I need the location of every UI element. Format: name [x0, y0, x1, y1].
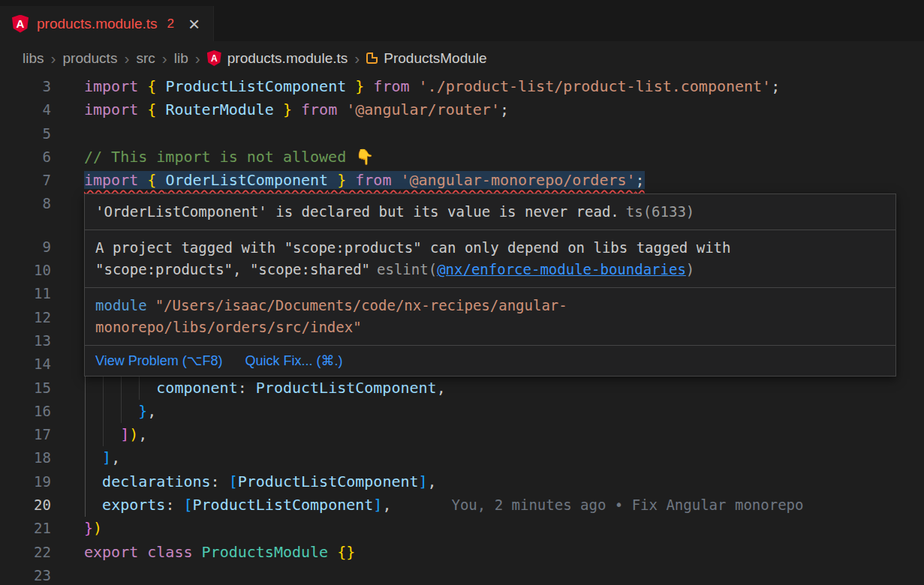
editor-line-22: 22export class ProductsModule {}	[0, 541, 924, 564]
editor-line-20: 20 exports: [ProductListComponent],You, …	[0, 494, 924, 517]
tab-products-module[interactable]: products.module.ts 2 ×	[0, 6, 214, 41]
line-number: 18	[0, 446, 84, 470]
hover-status-bar: View Problem (⌥F8) Quick Fix... (⌘.)	[85, 345, 895, 376]
breadcrumb-item-products[interactable]: products	[63, 50, 118, 67]
line-number: 11	[0, 282, 84, 305]
close-icon[interactable]: ×	[188, 16, 200, 32]
line-number: 6	[0, 146, 84, 169]
angular-icon	[207, 50, 221, 66]
tab-error-count-badge: 2	[167, 16, 174, 32]
editor-line-23: 23	[0, 564, 924, 585]
eslint-source-close: )	[686, 261, 694, 278]
ts-diagnostic-message: 'OrderListComponent' is declared but its…	[95, 203, 619, 220]
code-line[interactable]: declarations: [ProductListComponent],	[84, 470, 924, 494]
code-line[interactable]: import { ProductListComponent } from './…	[84, 75, 924, 98]
code-line[interactable]: component: ProductListComponent,	[84, 376, 924, 400]
breadcrumb-separator-icon: ›	[123, 50, 130, 66]
editor-line-6: 6// This import is not allowed 👇	[0, 146, 924, 169]
editor-line-19: 19 declarations: [ProductListComponent],	[0, 470, 924, 494]
code-line[interactable]	[84, 122, 924, 146]
indent-guide	[85, 446, 86, 470]
tab-bar: products.module.ts 2 ×	[0, 0, 924, 41]
line-number: 9	[0, 236, 84, 259]
symbol-class-icon	[366, 52, 378, 64]
breadcrumb-separator-icon: ›	[161, 50, 168, 66]
ts-diagnostic-source: ts(6133)	[626, 203, 695, 220]
line-number: 13	[0, 329, 84, 352]
indent-guide	[85, 376, 86, 400]
line-number: 15	[0, 376, 84, 400]
indent-guide	[103, 423, 104, 446]
eslint-source-open: eslint(	[377, 261, 437, 278]
indent-guide	[139, 376, 140, 400]
tab-label: products.module.ts	[37, 16, 158, 32]
indent-guide	[121, 376, 122, 400]
code-editor[interactable]: 3import { ProductListComponent } from '.…	[0, 75, 924, 585]
code-line[interactable]: })	[84, 517, 924, 540]
indent-guide	[85, 494, 86, 517]
indent-guide	[85, 423, 86, 446]
breadcrumb-item-file[interactable]: products.module.ts	[227, 50, 348, 67]
line-number: 7	[0, 169, 84, 192]
code-line[interactable]: import { OrderListComponent } from '@ang…	[84, 169, 924, 192]
breadcrumb-item-src[interactable]: src	[136, 50, 155, 67]
code-line[interactable]: // This import is not allowed 👇	[84, 146, 924, 169]
line-number: 14	[0, 352, 84, 376]
line-number: 10	[0, 259, 84, 282]
breadcrumb: libs›products›src›lib›products.module.ts…	[0, 41, 924, 75]
line-number: 5	[0, 122, 84, 146]
indent-guide	[121, 400, 122, 423]
code-line[interactable]: exports: [ProductListComponent],You, 2 m…	[84, 494, 924, 517]
indent-guide	[103, 376, 104, 400]
editor-line-3: 3import { ProductListComponent } from '.…	[0, 75, 924, 98]
code-line[interactable]: },	[84, 400, 924, 423]
editor-line-16: 16 },	[0, 400, 924, 423]
indent-guide	[85, 470, 86, 494]
hover-module-info: module"/Users/isaac/Documents/code/nx-re…	[85, 287, 895, 345]
indent-guide	[85, 400, 86, 423]
view-problem-action[interactable]: View Problem (⌥F8)	[95, 352, 222, 370]
eslint-message-line1: A project tagged with "scope:products" c…	[95, 239, 730, 256]
line-number: 21	[0, 517, 84, 540]
line-number: 16	[0, 400, 84, 423]
module-keyword: module	[95, 297, 147, 314]
error-squiggle-text: import { OrderListComponent } from '@ang…	[84, 171, 645, 189]
line-number: 12	[0, 306, 84, 329]
code-line[interactable]: ]),	[84, 423, 924, 446]
line-number: 17	[0, 423, 84, 446]
line-number: 23	[0, 564, 84, 585]
quick-fix-action[interactable]: Quick Fix... (⌘.)	[245, 352, 342, 370]
editor-line-17: 17 ]),	[0, 423, 924, 446]
module-path-line1: "/Users/isaac/Documents/code/nx-recipes/…	[155, 297, 567, 314]
eslint-rule-link[interactable]: @nx/enforce-module-boundaries	[437, 261, 686, 278]
line-number: 3	[0, 75, 84, 98]
code-line[interactable]: import { RouterModule } from '@angular/r…	[84, 98, 924, 122]
hover-popup: 'OrderListComponent' is declared but its…	[84, 194, 896, 376]
line-number: 19	[0, 470, 84, 494]
editor-line-5: 5	[0, 122, 924, 146]
editor-line-4: 4import { RouterModule } from '@angular/…	[0, 98, 924, 122]
line-number: 22	[0, 541, 84, 564]
eslint-message-line2: "scope:products", "scope:shared"	[95, 261, 370, 278]
vscode-window: products.module.ts 2 × libs›products›src…	[0, 0, 924, 585]
module-path-line2: monorepo/libs/orders/src/index"	[95, 319, 362, 335]
line-number: 4	[0, 98, 84, 122]
hover-eslint-diagnostic: A project tagged with "scope:products" c…	[85, 230, 895, 287]
breadcrumb-item-lib[interactable]: lib	[174, 50, 188, 67]
editor-line-15: 15 component: ProductListComponent,	[0, 376, 924, 400]
code-line[interactable]: export class ProductsModule {}	[84, 541, 924, 564]
editor-line-7: 7import { OrderListComponent } from '@an…	[0, 169, 924, 192]
indent-guide	[103, 400, 104, 423]
line-number: 8	[0, 192, 84, 215]
line-number: 20	[0, 494, 84, 517]
breadcrumb-item-symbol[interactable]: ProductsModule	[384, 50, 486, 67]
hover-ts-diagnostic: 'OrderListComponent' is declared but its…	[85, 194, 895, 230]
breadcrumb-separator-icon: ›	[50, 50, 57, 66]
angular-icon	[12, 15, 29, 33]
breadcrumb-item-libs[interactable]: libs	[23, 50, 44, 67]
editor-line-18: 18 ],	[0, 446, 924, 470]
code-line[interactable]: ],	[84, 446, 924, 470]
breadcrumb-separator-icon: ›	[194, 50, 201, 66]
breadcrumb-separator-icon: ›	[354, 50, 360, 66]
code-line[interactable]	[84, 564, 924, 585]
